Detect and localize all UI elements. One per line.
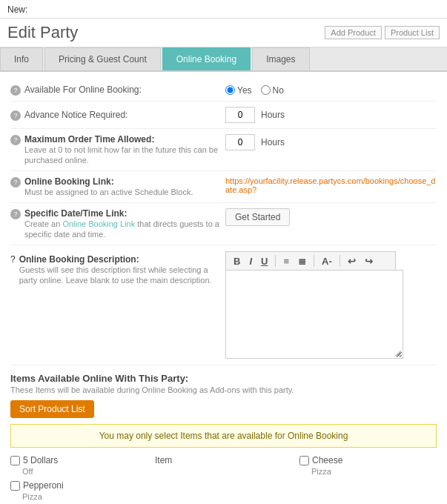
- product-item-cheese: Cheese: [299, 455, 437, 465]
- ordered-list-button[interactable]: ≣: [295, 256, 309, 267]
- online-booking-link-label: Online Booking Link: Must be assigned to…: [24, 176, 193, 197]
- radio-no[interactable]: [261, 85, 271, 95]
- toolbar-sep-2: [314, 255, 314, 267]
- max-order-label: Maximum Order Time Allowed: Leave at 0 t…: [24, 134, 225, 165]
- help-icon-advance[interactable]: ?: [10, 110, 21, 121]
- tabs-row: Info Pricing & Guest Count Online Bookin…: [0, 47, 447, 72]
- product-checkbox-pepperoni[interactable]: [10, 481, 20, 491]
- tab-online-booking[interactable]: Online Booking: [162, 47, 251, 70]
- help-icon-max-order[interactable]: ?: [10, 135, 21, 145]
- tab-pricing-guest-count[interactable]: Pricing & Guest Count: [44, 47, 161, 70]
- description-label: Online Booking Description: Guests will …: [19, 254, 225, 285]
- undo-button[interactable]: ↩: [345, 256, 359, 267]
- tab-info[interactable]: Info: [0, 47, 43, 70]
- product-checkbox-cheese[interactable]: [299, 456, 309, 465]
- product-item-5dollars: 5 Dollars: [10, 455, 148, 465]
- product-item-pepperoni: Pepperoni: [10, 480, 148, 491]
- products-list: 5 Dollars Off Pepperoni Pizza Item Chees: [10, 455, 437, 501]
- product-name-pepperoni: Pepperoni: [23, 480, 64, 491]
- get-started-button[interactable]: Get Started: [225, 208, 290, 226]
- radio-yes[interactable]: [225, 85, 235, 95]
- radio-yes-text: Yes: [237, 85, 252, 96]
- items-subtitle: These Items will be available during Onl…: [10, 385, 437, 394]
- font-button[interactable]: A-: [319, 256, 335, 267]
- max-order-input[interactable]: 0: [225, 134, 255, 150]
- help-icon-specific-date[interactable]: ?: [10, 209, 21, 219]
- product-name-5dollars: 5 Dollars: [23, 455, 58, 465]
- bold-button[interactable]: B: [231, 256, 243, 267]
- help-icon-description[interactable]: ?: [10, 254, 16, 265]
- booking-url: https://yourfacility.release.partycs.com…: [225, 176, 437, 194]
- page-title: Edit Party: [7, 23, 78, 42]
- product-sub-off: Off: [10, 467, 148, 476]
- tab-images[interactable]: Images: [252, 47, 309, 70]
- available-online-radio-group: Yes No: [225, 85, 284, 96]
- new-label: New:: [7, 4, 27, 15]
- radio-no-text: No: [273, 85, 284, 96]
- online-booking-link-text[interactable]: Online Booking Link: [62, 219, 135, 228]
- product-col-3: Cheese Pizza: [299, 455, 437, 501]
- add-product-link[interactable]: Add Product: [325, 26, 382, 39]
- toolbar-sep-3: [340, 255, 340, 267]
- specific-date-label: Specific Date/Time Link: Create an Onlin…: [24, 208, 225, 239]
- product-col-2: Item: [155, 455, 292, 501]
- advance-notice-input[interactable]: 0: [225, 107, 255, 123]
- unordered-list-button[interactable]: ≡: [280, 256, 292, 267]
- toolbar-sep-1: [275, 255, 276, 267]
- product-sub-cheese-pizza: Pizza: [299, 467, 437, 476]
- advance-notice-label: Advance Notice Required:: [24, 110, 128, 120]
- product-sub-pepperoni-pizza: Pizza: [10, 492, 148, 501]
- help-icon-available[interactable]: ?: [10, 85, 21, 96]
- product-item-label: Item: [155, 455, 292, 467]
- notice-bar: You may only select Items that are avail…: [10, 424, 437, 448]
- items-title: Items Available Online With This Party:: [10, 373, 437, 384]
- redo-button[interactable]: ↪: [362, 256, 376, 267]
- help-icon-booking-link[interactable]: ?: [10, 177, 21, 188]
- radio-yes-label[interactable]: Yes: [225, 85, 252, 96]
- radio-no-label[interactable]: No: [261, 85, 284, 96]
- editor-toolbar: B I U ≡ ≣ A- ↩ ↪: [225, 251, 396, 270]
- sort-product-list-button[interactable]: Sort Product List: [10, 400, 94, 418]
- product-col-1: 5 Dollars Off Pepperoni Pizza: [10, 455, 148, 501]
- description-editor[interactable]: ◢: [225, 270, 403, 359]
- italic-button[interactable]: I: [246, 256, 255, 267]
- advance-notice-hours-label: Hours: [261, 110, 285, 120]
- resize-handle: ◢: [395, 348, 401, 357]
- underline-button[interactable]: U: [258, 256, 271, 267]
- available-online-label: Available For Online Booking:: [24, 84, 142, 95]
- max-order-hours-label: Hours: [261, 137, 285, 147]
- product-checkbox-5dollars[interactable]: [10, 456, 20, 465]
- product-name-cheese: Cheese: [312, 455, 342, 465]
- product-list-link[interactable]: Product List: [385, 26, 440, 39]
